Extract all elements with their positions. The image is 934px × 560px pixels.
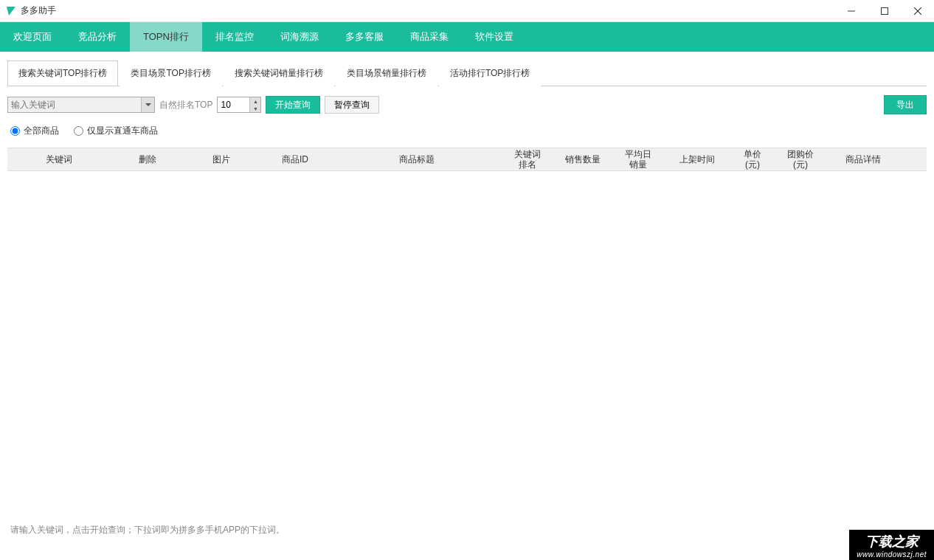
- col-group-price[interactable]: 团购价 (元): [775, 149, 826, 170]
- window-controls: [834, 0, 934, 21]
- col-keyword[interactable]: 关键词: [7, 154, 111, 165]
- nav-product-collect[interactable]: 商品采集: [397, 22, 462, 52]
- spinner-buttons[interactable]: ▲▼: [249, 97, 260, 112]
- watermark-url: www.windowszj.net: [857, 550, 927, 559]
- nav-settings[interactable]: 软件设置: [462, 22, 527, 52]
- watermark: 下载之家 www.windowszj.net: [849, 530, 934, 560]
- col-listing-time[interactable]: 上架时间: [664, 154, 730, 165]
- nav-customer-service[interactable]: 多多客服: [332, 22, 397, 52]
- svg-rect-2: [881, 7, 888, 14]
- col-detail[interactable]: 商品详情: [826, 154, 900, 165]
- filter-row: 全部商品 仅显示直通车商品: [7, 125, 927, 137]
- app-logo-icon: [6, 6, 16, 16]
- filter-direct[interactable]: 仅显示直通车商品: [74, 125, 158, 137]
- watermark-title: 下载之家: [857, 533, 927, 550]
- table-header: 关键词 删除 图片 商品ID 商品标题 关键词 排名 销售数量 平均日 销量 上…: [7, 148, 927, 171]
- col-image[interactable]: 图片: [184, 154, 258, 165]
- status-hint: 请输入关键词，点击开始查询；下拉词即为拼多多手机APP的下拉词。: [10, 524, 285, 536]
- titlebar: 多多助手: [0, 0, 934, 22]
- chevron-down-icon: [145, 102, 151, 108]
- pause-query-button[interactable]: 暂停查询: [325, 96, 379, 114]
- filter-all-label: 全部商品: [24, 125, 59, 137]
- subtab-category-top[interactable]: 类目场景TOP排行榜: [120, 61, 221, 86]
- subtab-search-sales[interactable]: 搜索关键词销量排行榜: [224, 61, 334, 86]
- nav-competitor[interactable]: 竞品分析: [65, 22, 130, 52]
- svg-marker-5: [145, 103, 151, 106]
- chevron-down-icon: ▼: [250, 105, 260, 112]
- subtab-activity-top[interactable]: 活动排行TOP排行榜: [439, 61, 541, 86]
- nav-welcome[interactable]: 欢迎页面: [0, 22, 65, 52]
- keyword-dropdown-button[interactable]: [141, 97, 154, 112]
- nav-topn[interactable]: TOPN排行: [130, 22, 202, 52]
- col-unit-price[interactable]: 单价 (元): [730, 149, 775, 170]
- chevron-up-icon: ▲: [250, 97, 260, 105]
- filter-all[interactable]: 全部商品: [10, 125, 59, 137]
- keyword-input[interactable]: [7, 97, 155, 113]
- rank-top-spinner: ▲▼: [217, 97, 261, 113]
- minimize-button[interactable]: [834, 0, 868, 21]
- filter-direct-label: 仅显示直通车商品: [87, 125, 158, 137]
- filter-direct-radio[interactable]: [74, 126, 83, 136]
- nav-word-source[interactable]: 词海溯源: [267, 22, 332, 52]
- col-product-id[interactable]: 商品ID: [258, 154, 332, 165]
- svg-marker-0: [7, 7, 15, 15]
- subtab-category-sales[interactable]: 类目场景销量排行榜: [336, 61, 437, 86]
- main-nav: 欢迎页面 竞品分析 TOPN排行 排名监控 词海溯源 多多客服 商品采集 软件设…: [0, 22, 934, 52]
- rank-label: 自然排名TOP: [159, 99, 212, 111]
- col-title[interactable]: 商品标题: [332, 154, 502, 165]
- col-keyword-rank[interactable]: 关键词 排名: [502, 149, 553, 170]
- subtab-search-top[interactable]: 搜索关键词TOP排行榜: [7, 61, 118, 86]
- nav-rank-monitor[interactable]: 排名监控: [202, 22, 267, 52]
- col-avg-daily[interactable]: 平均日 销量: [612, 149, 664, 170]
- close-button[interactable]: [901, 0, 934, 21]
- filter-all-radio[interactable]: [10, 126, 20, 136]
- col-sales[interactable]: 销售数量: [553, 154, 612, 165]
- app-title: 多多助手: [21, 4, 834, 17]
- toolbar: 自然排名TOP ▲▼ 开始查询 暂停查询 导出: [7, 95, 927, 114]
- col-delete[interactable]: 删除: [111, 154, 184, 165]
- start-query-button[interactable]: 开始查询: [266, 96, 320, 114]
- keyword-combo: [7, 97, 155, 113]
- content-area: 搜索关键词TOP排行榜 类目场景TOP排行榜 搜索关键词销量排行榜 类目场景销量…: [0, 52, 934, 171]
- maximize-button[interactable]: [868, 0, 901, 21]
- export-button[interactable]: 导出: [884, 95, 927, 114]
- sub-tabs: 搜索关键词TOP排行榜 类目场景TOP排行榜 搜索关键词销量排行榜 类目场景销量…: [7, 61, 927, 86]
